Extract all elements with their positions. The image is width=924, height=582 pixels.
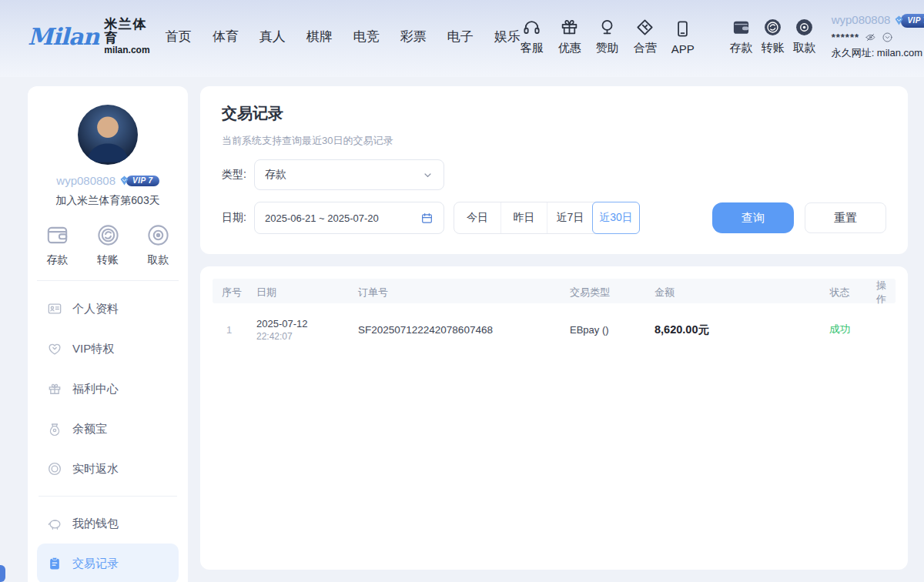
sidebar-item-label: 余额宝	[72, 422, 107, 436]
range-today-button[interactable]: 今日	[454, 202, 500, 233]
link-withdraw-label: 取款	[793, 41, 816, 55]
column-header-action: 操作	[876, 279, 886, 306]
top-header: Milan 米兰体育 milan.com 首页 体育 真人 棋牌 电竞 彩票 电…	[0, 0, 924, 77]
link-transfer-label: 转账	[762, 41, 785, 55]
column-header-status: 状态	[803, 286, 876, 299]
site-logo[interactable]: Milan 米兰体育 milan.com	[28, 18, 150, 55]
sidebar-item-rebate[interactable]: 实时返水	[37, 449, 179, 489]
date-range-input[interactable]: 2025-06-21 ~ 2025-07-20	[254, 202, 444, 234]
range-7days-button[interactable]: 近7日	[547, 202, 593, 233]
type-filter-row: 类型: 存款	[222, 159, 886, 190]
link-withdraw[interactable]: 取款	[793, 18, 816, 55]
menu-divider	[38, 496, 177, 497]
page: Milan 米兰体育 milan.com 首页 体育 真人 棋牌 电竞 彩票 电…	[0, 0, 924, 582]
transfer-icon	[763, 18, 782, 37]
nav-item-slots[interactable]: 电子	[447, 28, 474, 45]
sidebar-item-label: 福利中心	[72, 382, 119, 396]
refresh-balance-icon[interactable]	[882, 32, 893, 43]
search-button[interactable]: 查询	[712, 202, 794, 233]
range-30days-button[interactable]: 近30日	[592, 202, 640, 234]
eye-off-icon[interactable]	[865, 32, 876, 43]
nav-item-lottery[interactable]: 彩票	[400, 28, 427, 45]
id-card-icon	[47, 301, 62, 316]
logo-script-text: Milan	[28, 23, 99, 50]
row-amount: 8,620.00元	[654, 323, 803, 337]
handshake-icon	[635, 18, 654, 37]
link-app[interactable]: APP	[671, 19, 695, 55]
calendar-icon	[420, 212, 434, 225]
sidebar: wyp080808 VIP 7 加入米兰体育第603天	[28, 86, 188, 582]
row-transaction-type: EBpay ()	[570, 324, 654, 336]
type-label: 类型:	[222, 168, 254, 182]
sidebar-item-label: VIP特权	[72, 342, 114, 356]
row-datetime: 2025-07-12 22:42:07	[256, 318, 358, 342]
reset-button[interactable]: 重置	[805, 202, 886, 233]
nav-item-live-casino[interactable]: 真人	[259, 28, 286, 45]
content-layout: wyp080808 VIP 7 加入米兰体育第603天	[0, 77, 924, 582]
link-promotions-label: 优惠	[558, 41, 581, 55]
username[interactable]: wyp080808	[832, 12, 891, 29]
clipboard-icon	[47, 556, 62, 571]
row-status: 成功	[803, 323, 876, 336]
link-partner[interactable]: 合营	[634, 18, 657, 55]
link-sponsor[interactable]: 赞助	[596, 18, 619, 55]
sidebar-item-vip[interactable]: VIP特权	[37, 329, 179, 369]
transfer-icon	[95, 222, 121, 248]
link-app-label: APP	[671, 42, 695, 55]
page-subtitle: 当前系统支持查询最近30日的交易记录	[222, 134, 886, 148]
sidebar-item-profile[interactable]: 个人资料	[37, 289, 179, 329]
nav-item-entertainment[interactable]: 娱乐	[494, 28, 521, 45]
link-promotions[interactable]: 优惠	[558, 18, 581, 55]
quick-action-transfer[interactable]: 转账	[95, 222, 121, 267]
column-header-order-no: 订单号	[358, 286, 570, 299]
link-partner-label: 合营	[634, 41, 657, 55]
username: wyp080808	[56, 174, 116, 187]
wallet-icon	[732, 18, 751, 37]
sidebar-item-wallet[interactable]: 我的钱包	[37, 503, 179, 544]
filter-card: 交易记录 当前系统支持查询最近30日的交易记录 类型: 存款 日期:	[200, 86, 908, 254]
link-deposit[interactable]: 存款	[730, 18, 753, 55]
sidebar-item-label: 个人资料	[72, 302, 119, 316]
date-filter-row: 日期: 2025-06-21 ~ 2025-07-20 今日 昨日	[222, 202, 886, 234]
quick-action-withdraw[interactable]: 取款	[146, 222, 171, 267]
sidebar-item-label: 交易记录	[72, 557, 119, 571]
row-date: 2025-07-12	[256, 318, 358, 329]
wallet-icon	[45, 222, 70, 248]
quick-action-label: 转账	[97, 253, 119, 267]
sidebar-item-benefits[interactable]: 福利中心	[37, 369, 179, 409]
gift-icon	[560, 18, 579, 37]
link-deposit-label: 存款	[730, 41, 753, 55]
sidebar-item-transactions[interactable]: 交易记录	[37, 544, 179, 582]
sidebar-item-yuebao[interactable]: 余额宝	[37, 409, 179, 449]
nav-item-sports[interactable]: 体育	[213, 28, 239, 45]
range-yesterday-button[interactable]: 昨日	[500, 202, 547, 233]
withdraw-icon	[795, 18, 814, 37]
phone-icon	[673, 19, 692, 38]
nav-item-esports[interactable]: 电竞	[353, 28, 380, 45]
floating-widget-handle[interactable]	[0, 565, 5, 582]
row-time: 22:42:07	[256, 331, 358, 342]
column-header-type: 交易类型	[570, 286, 654, 299]
main-content: 交易记录 当前系统支持查询最近30日的交易记录 类型: 存款 日期:	[200, 86, 908, 570]
type-select[interactable]: 存款	[254, 159, 444, 190]
vip-heart-icon	[47, 341, 62, 356]
date-quick-ranges: 今日 昨日 近7日 近30日	[454, 202, 640, 234]
withdraw-icon	[146, 222, 171, 248]
sidebar-item-label: 我的钱包	[72, 517, 119, 531]
quick-action-deposit[interactable]: 存款	[45, 222, 70, 267]
permanent-url-label: 永久网址: milan.com	[832, 45, 922, 61]
link-support[interactable]: 客服	[521, 18, 544, 55]
link-support-label: 客服	[521, 41, 544, 55]
table-row: 1 2025-07-12 22:42:07 SF2025071222420786…	[213, 303, 896, 356]
nav-item-home[interactable]: 首页	[166, 28, 192, 45]
avatar	[78, 105, 138, 165]
vip-badge: VIP 7	[893, 14, 924, 28]
date-range-value: 2025-06-21 ~ 2025-07-20	[265, 212, 379, 224]
vip-level-label: VIP 7	[126, 176, 159, 186]
row-order-no: SF202507122242078607468	[358, 324, 570, 336]
link-transfer[interactable]: 转账	[762, 18, 785, 55]
page-title: 交易记录	[222, 103, 886, 124]
nav-item-board-games[interactable]: 棋牌	[306, 28, 333, 45]
join-days-text: 加入米兰体育第603天	[37, 194, 179, 208]
quick-action-label: 取款	[148, 253, 169, 267]
